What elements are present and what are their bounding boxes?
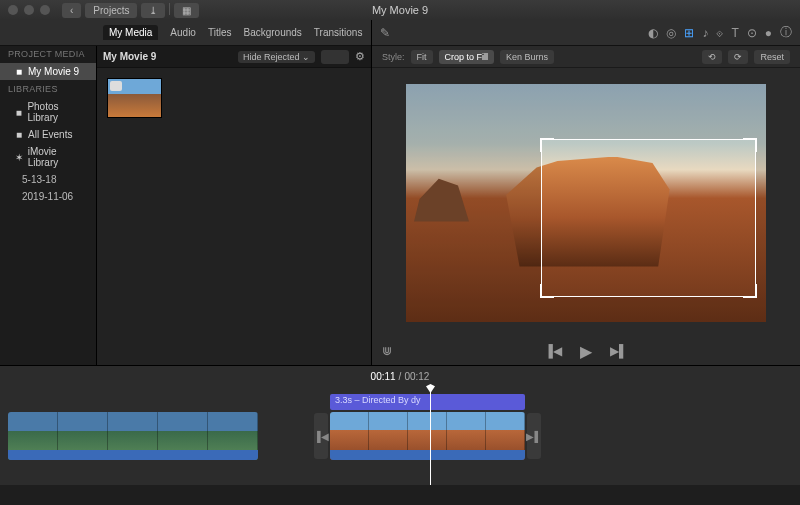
time-total: 00:12 bbox=[404, 371, 429, 382]
tab-backgrounds[interactable]: Backgrounds bbox=[243, 27, 301, 38]
sidebar: PROJECT MEDIA ■My Movie 9 LIBRARIES ■Pho… bbox=[0, 20, 97, 365]
asset-browser: My Media Audio Titles Backgrounds Transi… bbox=[97, 20, 372, 365]
window-titlebar: ‹ Projects ⤓ ▦ My Movie 9 bbox=[0, 0, 800, 20]
style-ken-burns[interactable]: Ken Burns bbox=[500, 50, 554, 64]
timeline-header: 00:11 / 00:12 bbox=[0, 366, 800, 386]
playback-controls: ⋓ ▐◀ ▶ ▶▌ bbox=[372, 337, 800, 365]
timeline: 00:11 / 00:12 3.3s – Directed By dy ▐◀ ▶… bbox=[0, 365, 800, 485]
video-canvas[interactable] bbox=[406, 84, 766, 322]
audio-icon[interactable]: ♪ bbox=[702, 26, 708, 40]
traffic-lights[interactable] bbox=[8, 5, 50, 15]
transition-cap-left[interactable]: ▐◀ bbox=[314, 413, 328, 459]
sidebar-sub-2[interactable]: 2019-11-06 bbox=[0, 188, 96, 205]
playhead[interactable] bbox=[430, 386, 431, 485]
gear-icon[interactable]: ⚙ bbox=[355, 50, 365, 63]
next-button[interactable]: ▶▌ bbox=[610, 344, 628, 358]
media-thumbnail[interactable] bbox=[107, 78, 162, 118]
stabilize-icon[interactable]: ⟐ bbox=[716, 26, 723, 40]
project-media-header: PROJECT MEDIA bbox=[0, 45, 96, 63]
viewer-toolbar: ✎ ◐ ◎ ⊞ ♪ ⟐ T ⊙ ● ⓘ bbox=[372, 20, 800, 46]
project-icon: ■ bbox=[14, 66, 24, 77]
libraries-header: LIBRARIES bbox=[0, 80, 96, 98]
sidebar-item-events[interactable]: ■All Events bbox=[0, 126, 96, 143]
rotate-cw-button[interactable]: ⟳ bbox=[728, 50, 748, 64]
events-icon: ■ bbox=[14, 129, 24, 140]
timeline-clip-a[interactable] bbox=[8, 412, 258, 460]
import-button[interactable]: ⤓ bbox=[141, 3, 165, 18]
tab-titles[interactable]: Titles bbox=[208, 27, 232, 38]
breadcrumb[interactable]: My Movie 9 bbox=[103, 51, 156, 62]
crop-handle-br[interactable] bbox=[743, 284, 757, 298]
tab-audio[interactable]: Audio bbox=[170, 27, 196, 38]
clip-title-bar[interactable]: 3.3s – Directed By dy bbox=[330, 394, 525, 410]
style-fit[interactable]: Fit bbox=[411, 50, 433, 64]
crop-handle-tl[interactable] bbox=[540, 138, 554, 152]
filter-bar: My Movie 9 Hide Rejected ⌄ ⚙ bbox=[97, 46, 371, 68]
time-current: 00:11 bbox=[371, 371, 396, 382]
search-input[interactable] bbox=[321, 50, 349, 64]
timeline-clip-b[interactable] bbox=[330, 412, 525, 460]
crop-icon[interactable]: ⊞ bbox=[684, 26, 694, 40]
info-icon[interactable]: ⓘ bbox=[780, 24, 792, 41]
back-button[interactable]: ‹ bbox=[62, 3, 81, 18]
tab-my-media[interactable]: My Media bbox=[103, 25, 158, 40]
mic-icon[interactable]: ⋓ bbox=[382, 344, 392, 358]
projects-button[interactable]: Projects bbox=[85, 3, 137, 18]
filter-dropdown[interactable]: Hide Rejected ⌄ bbox=[238, 51, 315, 63]
viewer-panel: ✎ ◐ ◎ ⊞ ♪ ⟐ T ⊙ ● ⓘ Style: Fit Crop to F… bbox=[372, 20, 800, 365]
color-balance-icon[interactable]: ◐ bbox=[648, 26, 658, 40]
grid-button[interactable]: ▦ bbox=[174, 3, 199, 18]
sidebar-item-photos[interactable]: ■Photos Library bbox=[0, 98, 96, 126]
preview-area bbox=[372, 68, 800, 337]
wand-icon[interactable]: ✎ bbox=[380, 26, 390, 40]
transition-cap-right[interactable]: ▶▌ bbox=[527, 413, 541, 459]
crop-style-bar: Style: Fit Crop to Fill Ken Burns ⟲ ⟳ Re… bbox=[372, 46, 800, 68]
crop-handle-bl[interactable] bbox=[540, 284, 554, 298]
play-button[interactable]: ▶ bbox=[580, 342, 592, 361]
style-label: Style: bbox=[382, 52, 405, 62]
speed-icon[interactable]: ● bbox=[765, 26, 772, 40]
tab-transitions[interactable]: Transitions bbox=[314, 27, 363, 38]
thumbnail-grid bbox=[97, 68, 371, 365]
filter-icon[interactable]: ⊙ bbox=[747, 26, 757, 40]
window-title: My Movie 9 bbox=[372, 4, 428, 16]
text-icon[interactable]: T bbox=[731, 26, 738, 40]
sidebar-sub-1[interactable]: 5-13-18 bbox=[0, 171, 96, 188]
rotate-ccw-button[interactable]: ⟲ bbox=[702, 50, 722, 64]
photos-icon: ■ bbox=[14, 107, 23, 118]
sidebar-item-imovie[interactable]: ✶iMovie Library bbox=[0, 143, 96, 171]
browser-tabs: My Media Audio Titles Backgrounds Transi… bbox=[0, 20, 371, 46]
reset-button[interactable]: Reset bbox=[754, 50, 790, 64]
sidebar-project[interactable]: ■My Movie 9 bbox=[0, 63, 96, 80]
crop-handle-tr[interactable] bbox=[743, 138, 757, 152]
prev-button[interactable]: ▐◀ bbox=[544, 344, 562, 358]
crop-rectangle[interactable] bbox=[541, 139, 756, 297]
library-icon: ✶ bbox=[14, 152, 24, 163]
timeline-tracks[interactable]: 3.3s – Directed By dy ▐◀ ▶▌ bbox=[0, 386, 800, 485]
color-correct-icon[interactable]: ◎ bbox=[666, 26, 676, 40]
style-crop-fill[interactable]: Crop to Fill bbox=[439, 50, 495, 64]
